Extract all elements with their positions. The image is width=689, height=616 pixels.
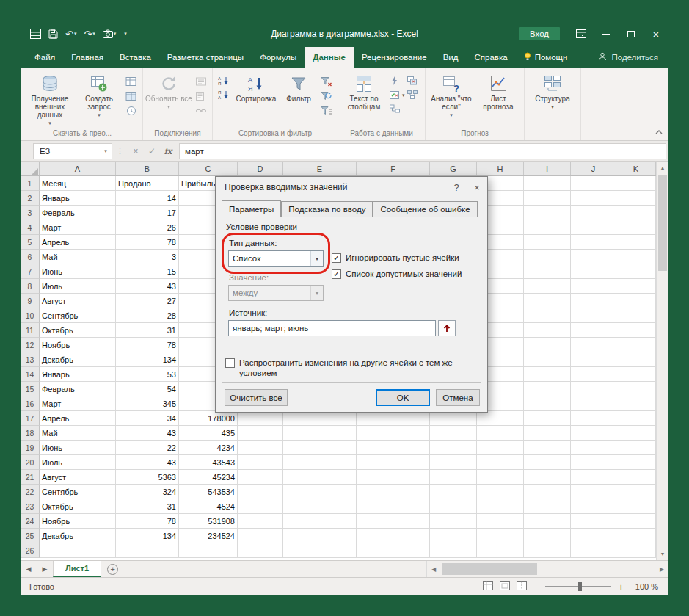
cell-B26[interactable]: [116, 543, 179, 558]
cell-G20[interactable]: [430, 455, 477, 470]
row-header-17[interactable]: 17: [21, 411, 40, 426]
cell-F25[interactable]: [357, 529, 430, 543]
cell-B24[interactable]: 78: [116, 514, 179, 529]
cell-B15[interactable]: 54: [116, 382, 179, 396]
enter-entry-icon[interactable]: ✓: [144, 146, 160, 156]
cell-J18[interactable]: [571, 426, 616, 441]
cell-H19[interactable]: [477, 441, 524, 455]
structure-button[interactable]: Структура ▾: [527, 70, 578, 128]
cell-J15[interactable]: [571, 382, 616, 396]
cell-J25[interactable]: [571, 529, 616, 543]
column-header-G[interactable]: G: [430, 162, 477, 175]
ignore-blank-checkbox[interactable]: ✓ Игнорировать пустые ячейки: [332, 253, 459, 263]
view-page-break-button[interactable]: [517, 581, 527, 592]
relationships-icon[interactable]: [387, 102, 402, 115]
close-button[interactable]: ×: [644, 21, 668, 47]
remove-duplicates-icon[interactable]: [405, 74, 420, 87]
cell-E20[interactable]: [283, 455, 357, 470]
cell-J10[interactable]: [571, 308, 616, 323]
cell-D19[interactable]: [238, 441, 283, 455]
cell-C25[interactable]: 234524: [179, 529, 238, 543]
cell-I7[interactable]: [524, 264, 571, 279]
cell-B11[interactable]: 31: [116, 323, 179, 338]
clear-all-button[interactable]: Очистить все: [225, 389, 288, 406]
show-queries-icon[interactable]: [124, 75, 139, 87]
cell-H22[interactable]: [477, 485, 524, 499]
sort-ascending-button[interactable]: АЯ: [216, 75, 231, 87]
cell-E17[interactable]: [283, 411, 357, 426]
cell-K9[interactable]: [616, 294, 656, 308]
cell-A12[interactable]: Ноябрь: [40, 338, 116, 352]
tab-home[interactable]: Главная: [63, 47, 112, 68]
filter-button[interactable]: Фильтр: [280, 70, 318, 128]
row-header-7[interactable]: 7: [21, 264, 40, 279]
vertical-scroll-thumb[interactable]: [658, 175, 667, 271]
refresh-all-button[interactable]: Обновить все ▾: [145, 70, 192, 128]
cell-I17[interactable]: [524, 411, 571, 426]
cell-E23[interactable]: [283, 499, 357, 514]
formula-input[interactable]: март: [179, 143, 666, 159]
cell-K3[interactable]: [616, 206, 656, 220]
row-header-1[interactable]: 1: [21, 176, 40, 191]
cell-I16[interactable]: [524, 396, 571, 411]
zoom-level[interactable]: 100 %: [630, 582, 658, 591]
cell-J7[interactable]: [571, 264, 616, 279]
row-header-13[interactable]: 13: [21, 352, 40, 367]
camera-icon[interactable]: ▾: [101, 26, 119, 42]
dialog-help-button[interactable]: ?: [446, 182, 467, 193]
cell-A16[interactable]: Март: [40, 396, 116, 411]
tab-help[interactable]: Справка: [467, 47, 516, 68]
cell-B6[interactable]: 3: [116, 250, 179, 264]
column-header-H[interactable]: H: [477, 162, 524, 175]
row-header-4[interactable]: 4: [21, 220, 40, 235]
cell-F20[interactable]: [357, 455, 430, 470]
cell-G23[interactable]: [430, 499, 477, 514]
cell-A5[interactable]: Апрель: [40, 235, 116, 250]
column-header-C[interactable]: C: [179, 162, 238, 175]
cell-J1[interactable]: [571, 176, 616, 191]
cell-D24[interactable]: [238, 514, 283, 529]
cell-D25[interactable]: [238, 529, 283, 543]
cell-C23[interactable]: 4524: [179, 499, 238, 514]
cell-D23[interactable]: [238, 499, 283, 514]
chevron-down-icon[interactable]: ▾: [310, 251, 323, 266]
cell-J17[interactable]: [571, 411, 616, 426]
cell-K18[interactable]: [616, 426, 656, 441]
column-header-D[interactable]: D: [238, 162, 283, 175]
cell-I26[interactable]: [524, 543, 571, 558]
cell-J24[interactable]: [571, 514, 616, 529]
cell-B21[interactable]: 5363: [116, 470, 179, 485]
row-header-11[interactable]: 11: [21, 323, 40, 338]
cell-I19[interactable]: [524, 441, 571, 455]
get-external-data-button[interactable]: Получение внешних данных ▾: [24, 70, 76, 128]
cell-B9[interactable]: 27: [116, 294, 179, 308]
cell-J16[interactable]: [571, 396, 616, 411]
cell-J2[interactable]: [571, 191, 616, 206]
dialog-tab-parameters[interactable]: Параметры: [222, 200, 281, 217]
cell-B20[interactable]: 43: [116, 455, 179, 470]
in-cell-dropdown-checkbox[interactable]: ✓ Список допустимых значений: [332, 269, 462, 279]
scroll-down-icon[interactable]: ▼: [657, 548, 668, 560]
cell-C19[interactable]: 4234: [179, 441, 238, 455]
propagate-checkbox[interactable]: Распространить изменения на другие ячейк…: [225, 358, 478, 378]
cell-G26[interactable]: [430, 543, 477, 558]
cell-A15[interactable]: Февраль: [40, 382, 116, 396]
cell-H23[interactable]: [477, 499, 524, 514]
cell-F18[interactable]: [357, 426, 430, 441]
vertical-scrollbar[interactable]: ▲ ▼: [656, 162, 668, 560]
cell-J21[interactable]: [571, 470, 616, 485]
cell-D21[interactable]: [238, 470, 283, 485]
cell-F21[interactable]: [357, 470, 430, 485]
cell-K22[interactable]: [616, 485, 656, 499]
minimize-button[interactable]: [594, 21, 619, 47]
redo-icon[interactable]: ↷▾: [81, 26, 97, 42]
cell-C18[interactable]: 435: [179, 426, 238, 441]
add-sheet-button[interactable]: +: [107, 564, 118, 575]
cell-K12[interactable]: [616, 338, 656, 352]
cell-A20[interactable]: Июль: [40, 455, 116, 470]
cell-K17[interactable]: [616, 411, 656, 426]
row-header-25[interactable]: 25: [21, 529, 40, 543]
cell-J5[interactable]: [571, 235, 616, 250]
row-header-2[interactable]: 2: [21, 191, 40, 206]
reapply-filter-icon[interactable]: [319, 90, 334, 102]
